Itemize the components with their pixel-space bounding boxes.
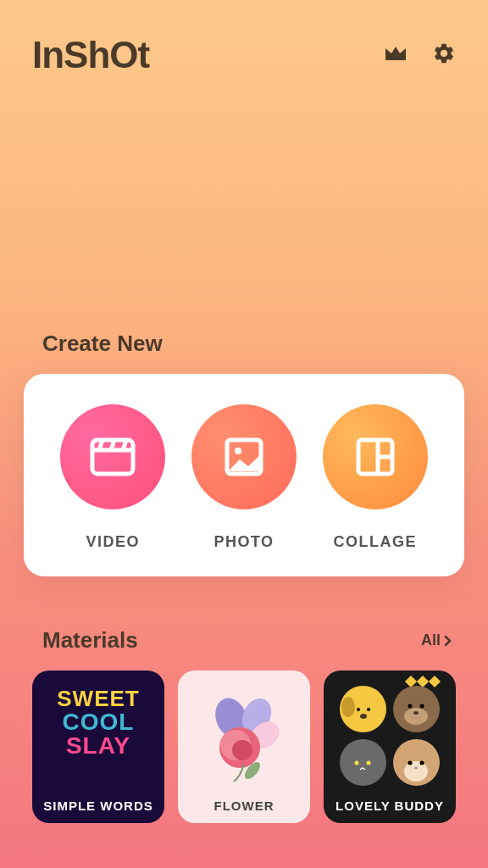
svg-point-36 [414, 767, 418, 770]
svg-point-35 [420, 761, 424, 765]
svg-point-31 [404, 761, 428, 782]
svg-point-33 [424, 748, 434, 758]
svg-point-19 [357, 708, 360, 711]
chevron-right-icon [444, 635, 452, 647]
create-video-label: VIDEO [86, 533, 141, 551]
crown-icon[interactable] [383, 43, 408, 67]
create-photo-label: PHOTO [214, 533, 274, 551]
create-photo-button[interactable]: PHOTO [191, 404, 297, 551]
svg-point-28 [355, 761, 359, 765]
photo-icon [223, 436, 265, 478]
video-icon [89, 437, 136, 477]
create-collage-button[interactable]: COLLAGE [323, 404, 428, 551]
material-card-simple-words[interactable]: SWEET COOL SLAY SIMPLE WORDS [32, 670, 164, 823]
materials-all-link[interactable]: All [421, 632, 452, 649]
svg-point-23 [404, 708, 428, 725]
svg-point-25 [420, 704, 424, 709]
material-label: SIMPLE WORDS [43, 798, 153, 813]
create-video-button[interactable]: VIDEO [60, 404, 165, 551]
svg-point-6 [235, 448, 241, 454]
svg-point-29 [367, 761, 371, 765]
svg-point-26 [413, 711, 419, 715]
material-card-lovely-buddy[interactable]: LOVELY BUDDY [324, 670, 456, 823]
svg-point-20 [367, 708, 370, 711]
material-label: FLOWER [214, 798, 274, 813]
svg-point-32 [398, 748, 408, 758]
create-new-card: VIDEO PHOTO COLLAGE [24, 374, 464, 576]
create-new-title: Create New [0, 331, 488, 357]
flower-art [193, 684, 295, 786]
words-art: SWEET COOL SLAY [32, 686, 164, 760]
svg-point-24 [408, 704, 413, 709]
svg-point-18 [341, 697, 355, 717]
materials-title: Materials [42, 627, 138, 654]
material-card-flower[interactable]: FLOWER [178, 670, 310, 823]
all-label: All [421, 632, 441, 649]
svg-point-34 [408, 761, 413, 765]
settings-icon[interactable] [432, 42, 456, 69]
buddy-art [324, 679, 456, 793]
svg-point-15 [232, 740, 252, 760]
create-collage-label: COLLAGE [333, 533, 417, 551]
material-label: LOVELY BUDDY [336, 798, 444, 813]
collage-icon [354, 436, 396, 478]
svg-point-21 [360, 714, 367, 719]
app-logo: InShOt [32, 34, 149, 76]
